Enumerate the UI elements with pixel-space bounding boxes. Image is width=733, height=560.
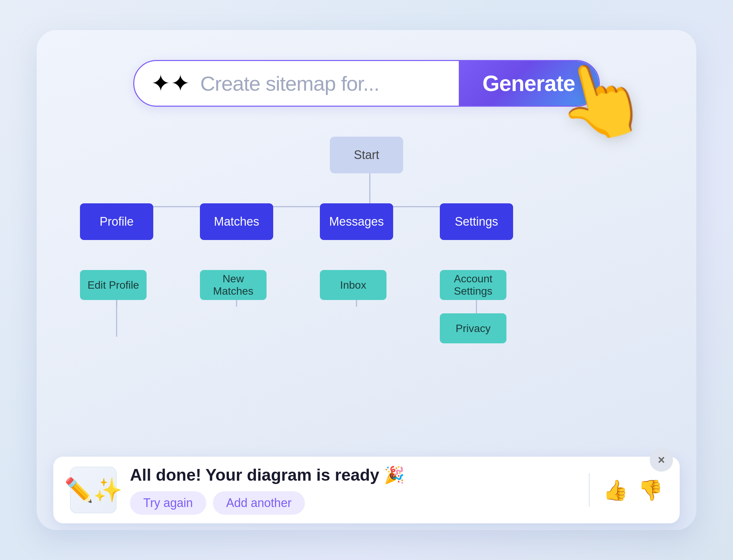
notification-actions: Try again Add another [130, 491, 575, 515]
node-inbox-label: Inbox [340, 279, 366, 291]
node-edit-profile[interactable]: Edit Profile [80, 270, 147, 300]
node-settings[interactable]: Settings [440, 203, 513, 240]
node-matches-label: Matches [214, 215, 259, 229]
node-profile[interactable]: Profile [80, 203, 153, 240]
search-placeholder: Create sitemap for... [200, 72, 379, 95]
search-input-area[interactable]: ✦✦ Create sitemap for... [134, 72, 459, 95]
notification-divider [589, 473, 590, 507]
node-profile-label: Profile [100, 215, 134, 229]
node-start-label: Start [354, 148, 379, 162]
node-privacy[interactable]: Privacy [440, 313, 506, 343]
search-bar-container: ✦✦ Create sitemap for... Generate 👆 [133, 57, 600, 110]
node-messages[interactable]: Messages [320, 203, 393, 240]
notification-text-area: All done! Your diagram is ready 🎉 Try ag… [130, 465, 575, 515]
node-account-settings[interactable]: Account Settings [440, 270, 506, 300]
node-messages-label: Messages [329, 215, 384, 229]
node-settings-label: Settings [455, 215, 498, 229]
node-new-matches-label: New Matches [205, 273, 261, 297]
app-container: ✦✦ Create sitemap for... Generate 👆 [37, 30, 696, 530]
wand-icon: ✏️✨ [70, 467, 117, 513]
node-account-settings-label: Account Settings [445, 273, 501, 297]
thumbs-down-button[interactable]: 👎 [638, 478, 663, 502]
node-new-matches[interactable]: New Matches [200, 270, 267, 300]
search-bar: ✦✦ Create sitemap for... Generate [133, 60, 600, 107]
node-edit-profile-label: Edit Profile [88, 279, 139, 291]
notification-title: All done! Your diagram is ready 🎉 [130, 465, 575, 485]
diagram-area: Start Profile Matches Messages Settings … [70, 130, 663, 430]
try-again-button[interactable]: Try again [130, 491, 206, 515]
notification-bar: × ✏️✨ All done! Your diagram is ready 🎉 … [53, 457, 680, 523]
feedback-area: 👍 👎 [603, 478, 663, 502]
add-another-button[interactable]: Add another [213, 491, 305, 515]
sparkle-icon: ✦✦ [151, 72, 190, 95]
close-button[interactable]: × [650, 448, 673, 472]
node-start[interactable]: Start [330, 137, 403, 173]
node-privacy-label: Privacy [456, 322, 491, 335]
node-inbox[interactable]: Inbox [320, 270, 386, 300]
node-matches[interactable]: Matches [200, 203, 273, 240]
thumbs-up-button[interactable]: 👍 [603, 478, 628, 502]
